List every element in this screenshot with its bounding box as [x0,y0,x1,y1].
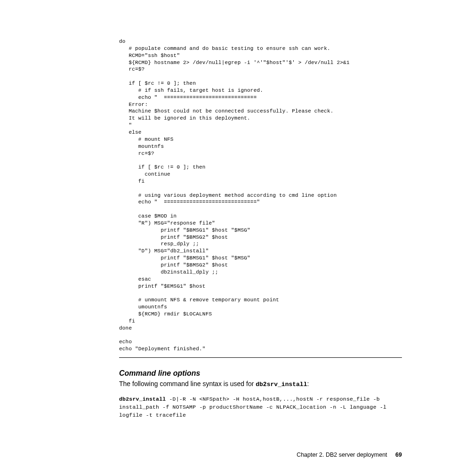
intro-text-suffix: : [307,380,309,387]
footer-chapter-label: Chapter 2. DB2 server deployment [297,452,387,458]
intro-text-prefix: The following command line syntax is use… [119,380,256,387]
command-syntax-block: db2srv_install -D|-R -N <NFSpath> -H hos… [119,395,402,419]
intro-paragraph: The following command line syntax is use… [119,379,402,389]
page-footer: Chapter 2. DB2 server deployment 69 [297,452,402,458]
document-page: do # populate command and do basic testi… [0,0,449,476]
shell-script-code-block: do # populate command and do basic testi… [119,38,402,358]
syntax-command-name: db2srv_install [119,396,166,402]
section-heading-command-line-options: Command line options [119,369,402,378]
intro-command-name: db2srv_install [256,381,307,388]
footer-page-number: 69 [395,452,402,458]
